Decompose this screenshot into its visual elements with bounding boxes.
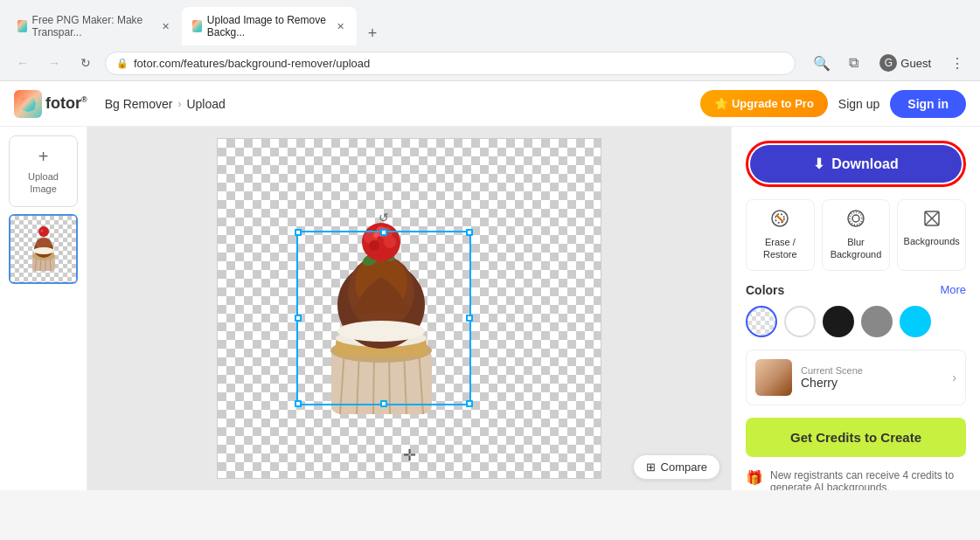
tools-row: Erase /Restore BlurBackground [746, 199, 966, 271]
fotor-sup: ® [81, 95, 87, 104]
download-icon: ⬇ [813, 156, 824, 172]
scene-thumbnail [755, 359, 792, 396]
image-thumbnail[interactable] [9, 214, 78, 284]
upload-plus-icon: + [38, 147, 49, 167]
svg-point-38 [852, 215, 859, 222]
backgrounds-tool[interactable]: Backgrounds [897, 199, 966, 271]
credits-note-text: New registrants can receive 4 credits to… [770, 469, 966, 490]
left-sidebar: + Upload Image [0, 127, 87, 490]
handle-right-mid[interactable] [466, 315, 473, 322]
browser-menu-button[interactable]: ⋮ [945, 51, 970, 75]
address-bar: ← → ↻ 🔒 fotor.com/features/background-re… [0, 45, 980, 80]
upgrade-icon: ⭐ [714, 97, 728, 110]
app-container: fotor® Bg Remover › Upload ⭐ Upgrade to … [0, 81, 980, 490]
search-browser-button[interactable]: 🔍 [810, 51, 834, 75]
scene-name: Cherry [801, 376, 943, 390]
fotor-brand-text: fotor® [45, 94, 87, 113]
new-tab-button[interactable]: + [360, 21, 385, 45]
handle-bottom-right[interactable] [466, 400, 473, 407]
download-btn-wrapper: ⬇ Download [746, 141, 966, 187]
rotate-handle[interactable]: ↺ [379, 211, 389, 225]
handle-top-right[interactable] [466, 229, 473, 236]
lock-icon: 🔒 [116, 58, 129, 69]
top-nav: fotor® Bg Remover › Upload ⭐ Upgrade to … [0, 81, 980, 127]
credits-note: 🎁 New registrants can receive 4 credits … [746, 469, 966, 490]
breadcrumb-parent: Bg Remover [105, 97, 173, 111]
color-cyan[interactable] [900, 306, 931, 337]
handle-top-left[interactable] [295, 229, 302, 236]
url-input[interactable]: 🔒 fotor.com/features/background-remover/… [105, 52, 796, 75]
svg-point-10 [38, 226, 49, 237]
canvas-area: ↺ ✛ ⊞ Compare [87, 127, 731, 490]
blur-tool-icon [846, 209, 865, 232]
credits-button[interactable]: Get Credits to Create [746, 418, 966, 457]
tab1-label: Free PNG Maker: Make Transpar... [32, 14, 156, 38]
handle-left-mid[interactable] [295, 315, 302, 322]
handle-bottom-left[interactable] [295, 400, 302, 407]
colors-title: Colors [746, 283, 784, 297]
compare-label: Compare [661, 460, 707, 474]
upgrade-label: Upgrade to Pro [732, 97, 814, 110]
handle-bottom-mid[interactable] [380, 400, 387, 407]
blur-tool-label: BlurBackground [831, 236, 882, 261]
erase-tool-icon [770, 209, 789, 232]
forward-button[interactable]: → [42, 51, 66, 75]
tab1-favicon [17, 20, 27, 32]
profile-button[interactable]: G Guest [872, 51, 938, 75]
canvas-wrapper[interactable]: ↺ ✛ [217, 138, 601, 479]
colors-header: Colors More [746, 283, 966, 297]
tab2-label: Upload Image to Remove Backg... [207, 14, 330, 38]
tab-bar: Free PNG Maker: Make Transpar... ✕ Uploa… [0, 0, 980, 45]
colors-section: Colors More [746, 283, 966, 337]
colors-more-link[interactable]: More [940, 283, 966, 296]
scene-arrow-icon: › [952, 370, 956, 384]
scene-info: Current Scene Cherry [801, 365, 943, 390]
erase-tool-label: Erase /Restore [763, 236, 797, 261]
backgrounds-tool-label: Backgrounds [904, 236, 960, 246]
upload-image-button[interactable]: + Upload Image [9, 135, 78, 207]
colors-row [746, 306, 966, 337]
profile-label: Guest [900, 57, 931, 70]
tab1-close[interactable]: ✕ [161, 19, 171, 33]
upload-line2: Image [30, 183, 57, 194]
download-button[interactable]: ⬇ Download [750, 145, 962, 183]
avatar: G [879, 54, 897, 72]
tab2-close[interactable]: ✕ [336, 19, 346, 33]
browser-actions: 🔍 ⧉ G Guest ⋮ [810, 51, 970, 75]
move-cursor: ✛ [403, 446, 416, 465]
color-white[interactable] [784, 306, 816, 337]
browser-tab-2[interactable]: Upload Image to Remove Backg... ✕ [182, 7, 357, 45]
gift-icon: 🎁 [746, 469, 763, 486]
back-button[interactable]: ← [10, 51, 35, 75]
svg-point-9 [33, 247, 54, 254]
color-gray[interactable] [861, 306, 893, 337]
scene-label: Current Scene [801, 365, 943, 376]
split-screen-button[interactable]: ⧉ [841, 51, 865, 75]
handle-top-mid[interactable] [380, 229, 387, 236]
signup-button[interactable]: Sign up [828, 90, 890, 118]
breadcrumb-current: Upload [186, 97, 225, 111]
url-text: fotor.com/features/background-remover/up… [134, 57, 370, 70]
upload-line1: Upload [28, 171, 59, 182]
download-label: Download [831, 156, 898, 172]
scene-card[interactable]: Current Scene Cherry › [746, 350, 966, 405]
fotor-logo-icon [14, 90, 42, 118]
erase-restore-tool[interactable]: Erase /Restore [746, 199, 815, 271]
blur-background-tool[interactable]: BlurBackground [822, 199, 891, 271]
upload-label: Upload Image [28, 170, 59, 196]
avatar-letter: G [885, 57, 893, 69]
color-black[interactable] [823, 306, 854, 337]
svg-point-11 [41, 230, 44, 232]
browser-tab-1[interactable]: Free PNG Maker: Make Transpar... ✕ [7, 7, 182, 45]
color-transparent[interactable] [746, 306, 777, 337]
fotor-logo[interactable]: fotor® [14, 90, 87, 118]
upgrade-button[interactable]: ⭐ Upgrade to Pro [700, 90, 828, 117]
svg-point-39 [850, 212, 862, 225]
refresh-button[interactable]: ↻ [73, 51, 98, 75]
main-content: + Upload Image [0, 127, 980, 490]
fotor-name: fotor [45, 94, 81, 112]
selection-box[interactable]: ↺ [296, 231, 471, 405]
compare-button[interactable]: ⊞ Compare [633, 454, 720, 480]
breadcrumb: Bg Remover › Upload [105, 97, 226, 111]
signin-button[interactable]: Sign in [890, 90, 966, 118]
